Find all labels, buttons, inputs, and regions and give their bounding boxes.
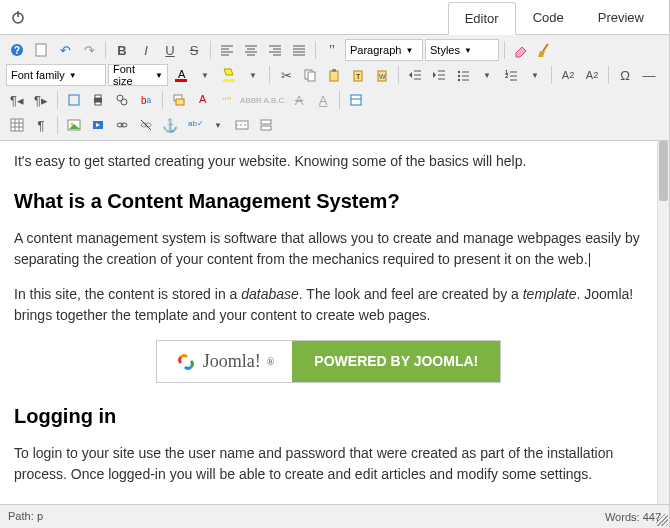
subscript-icon[interactable]: A2 — [557, 64, 579, 86]
cut-icon[interactable]: ✂ — [275, 64, 297, 86]
help-icon[interactable]: ? — [6, 39, 28, 61]
unlink-icon[interactable] — [135, 114, 157, 136]
tab-editor[interactable]: Editor — [448, 2, 516, 35]
forecolor-icon[interactable]: A — [170, 64, 192, 86]
italic-button[interactable]: I — [135, 39, 157, 61]
svg-point-46 — [458, 79, 460, 81]
ltr-icon[interactable]: ¶◂ — [6, 89, 28, 111]
svg-line-22 — [543, 44, 548, 51]
svg-rect-62 — [176, 99, 184, 105]
hr-icon[interactable]: — — [638, 64, 660, 86]
content-paragraph[interactable]: To login to your site use the user name … — [14, 443, 643, 485]
fontfamily-value: Font family — [11, 69, 65, 81]
content-paragraph[interactable]: A content management system is software … — [14, 228, 643, 270]
format-select-value: Paragraph — [350, 44, 401, 56]
superscript-icon[interactable]: A2 — [581, 64, 603, 86]
ollist-icon[interactable]: 12 — [500, 64, 522, 86]
styles-select-value: Styles — [430, 44, 460, 56]
svg-rect-27 — [223, 79, 235, 82]
tab-code[interactable]: Code — [516, 1, 581, 34]
align-center-icon[interactable] — [240, 39, 262, 61]
paste-icon[interactable] — [323, 64, 345, 86]
spellcheck-icon[interactable]: ab✓ — [183, 114, 205, 136]
power-button[interactable] — [8, 7, 28, 27]
find-icon[interactable] — [111, 89, 133, 111]
svg-text:A: A — [199, 93, 207, 105]
paste-text-icon[interactable]: T — [347, 64, 369, 86]
path-display[interactable]: Path: p — [8, 510, 43, 523]
tab-preview[interactable]: Preview — [581, 1, 661, 34]
styles-select[interactable]: Styles▼ — [425, 39, 499, 61]
hilite-caret-icon[interactable]: ▼ — [242, 64, 264, 86]
ullist-caret-icon[interactable]: ▼ — [476, 64, 498, 86]
joomla-logo-text: Joomla! — [203, 348, 261, 375]
format-select[interactable]: Paragraph▼ — [345, 39, 423, 61]
removeformat-icon[interactable]: “” — [216, 89, 238, 111]
broom-icon[interactable] — [534, 39, 556, 61]
newdoc-icon[interactable] — [30, 39, 52, 61]
align-justify-icon[interactable] — [288, 39, 310, 61]
paste-word-icon[interactable]: W — [371, 64, 393, 86]
eraser-icon[interactable] — [510, 39, 532, 61]
layer-icon[interactable] — [168, 89, 190, 111]
svg-text:2: 2 — [505, 73, 509, 79]
content-paragraph[interactable]: It's easy to get started creating your w… — [14, 151, 643, 172]
heading-cms[interactable]: What is a Content Management System? — [14, 186, 643, 216]
bold-button[interactable]: B — [111, 39, 133, 61]
media-icon[interactable] — [87, 114, 109, 136]
word-count: Words: 447 — [605, 511, 661, 523]
outdent-icon[interactable] — [404, 64, 426, 86]
underline-button[interactable]: U — [159, 39, 181, 61]
svg-marker-23 — [538, 51, 545, 57]
fontsize-value: Font size — [113, 63, 151, 87]
template-icon[interactable] — [345, 89, 367, 111]
image-icon[interactable] — [63, 114, 85, 136]
svg-text:?: ? — [14, 45, 20, 56]
abbr-icon[interactable]: ABBR — [240, 89, 262, 111]
svg-rect-55 — [69, 95, 79, 105]
scrollbar-thumb[interactable] — [659, 141, 668, 201]
redo-icon[interactable]: ↷ — [78, 39, 100, 61]
ollist-caret-icon[interactable]: ▼ — [524, 64, 546, 86]
align-right-icon[interactable] — [264, 39, 286, 61]
fontsize-select[interactable]: Font size▼ — [108, 64, 168, 86]
scrollbar[interactable] — [657, 141, 669, 504]
forecolor2-icon[interactable]: A — [192, 89, 214, 111]
print-icon[interactable] — [87, 89, 109, 111]
readmore-icon[interactable] — [231, 114, 253, 136]
blockquote-icon[interactable]: " — [321, 39, 343, 61]
fullscreen-icon[interactable] — [63, 89, 85, 111]
view-tabs: Editor Code Preview — [448, 0, 661, 34]
replace-icon[interactable]: ba — [135, 89, 157, 111]
align-left-icon[interactable] — [216, 39, 238, 61]
joomla-banner[interactable]: Joomla!® POWERED BY JOOMLA! — [14, 340, 643, 383]
copy-icon[interactable] — [299, 64, 321, 86]
showblocks-icon[interactable]: ¶ — [30, 114, 52, 136]
table-icon[interactable] — [6, 114, 28, 136]
acronym-icon[interactable]: A.B.C. — [264, 89, 286, 111]
joomla-powered-label: POWERED BY JOOMLA! — [292, 341, 500, 382]
content-paragraph[interactable]: In this site, the content is stored in a… — [14, 284, 643, 326]
spellcheck-caret-icon[interactable]: ▼ — [207, 114, 229, 136]
forecolor-caret-icon[interactable]: ▼ — [194, 64, 216, 86]
svg-rect-85 — [261, 126, 271, 130]
specialchar-icon[interactable]: Ω — [614, 64, 636, 86]
pagebreak-icon[interactable] — [255, 114, 277, 136]
del-icon[interactable]: A — [288, 89, 310, 111]
link-icon[interactable] — [111, 114, 133, 136]
fontfamily-select[interactable]: Font family▼ — [6, 64, 106, 86]
strike-button[interactable]: S — [183, 39, 205, 61]
ullist-icon[interactable] — [452, 64, 474, 86]
rtl-icon[interactable]: ¶▸ — [30, 89, 52, 111]
undo-icon[interactable]: ↶ — [54, 39, 76, 61]
hilite-icon[interactable] — [218, 64, 240, 86]
ins-icon[interactable]: A — [312, 89, 334, 111]
text-cursor — [589, 253, 590, 267]
svg-rect-57 — [95, 95, 101, 98]
heading-logging-in[interactable]: Logging in — [14, 401, 643, 431]
svg-rect-4 — [36, 44, 46, 56]
anchor-icon[interactable]: ⚓ — [159, 114, 181, 136]
indent-icon[interactable] — [428, 64, 450, 86]
resize-grip[interactable] — [656, 514, 668, 526]
editor-content[interactable]: It's easy to get started creating your w… — [0, 141, 657, 504]
